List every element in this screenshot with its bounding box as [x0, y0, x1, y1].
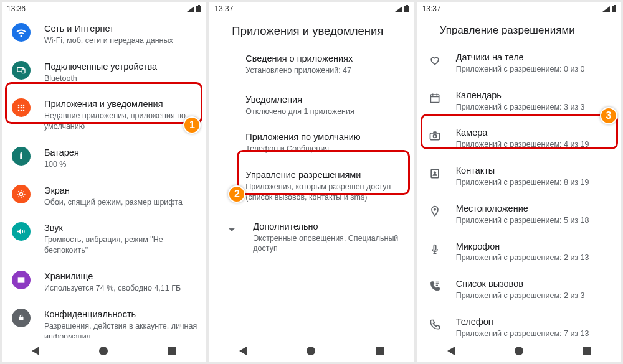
nav-back-icon[interactable]: [447, 347, 455, 355]
row-call-log[interactable]: Список вызововПриложений с разрешением: …: [417, 271, 621, 309]
status-bar: 13:37: [417, 2, 621, 16]
heart-icon: [427, 53, 442, 68]
row-location[interactable]: МестоположениеПриложений с разрешением: …: [417, 195, 621, 233]
camera-icon: [427, 128, 442, 143]
mic-icon: [427, 242, 442, 257]
svg-rect-16: [18, 281, 25, 283]
svg-rect-15: [18, 279, 25, 281]
panel-3-permissions: 13:37 Управление разрешениями Датчики на…: [417, 2, 621, 362]
svg-point-8: [18, 110, 20, 111]
page-title: Управление разрешениями: [440, 24, 599, 37]
svg-rect-26: [434, 245, 435, 250]
apps-icon: [12, 98, 31, 117]
svg-point-4: [23, 105, 25, 106]
signal-icon: [395, 6, 402, 12]
row-privacy[interactable]: КонфиденциальностьРазрешения, действия в…: [2, 301, 206, 338]
nav-recent-icon[interactable]: [376, 347, 384, 355]
signal-icon: [187, 6, 194, 12]
panel-2-apps: 13:37 Приложения и уведомления Сведения …: [209, 2, 413, 362]
row-phone[interactable]: ТелефонПриложений с разрешением: 7 из 13: [417, 309, 621, 338]
row-notifications[interactable]: УведомленияОтключено для 1 приложения: [209, 86, 413, 124]
calendar-icon: [427, 91, 442, 106]
nav-home-icon[interactable]: [99, 347, 108, 355]
svg-rect-17: [19, 317, 24, 320]
svg-point-22: [433, 135, 436, 138]
page-header: Приложения и уведомления: [209, 16, 413, 45]
svg-rect-20: [430, 95, 439, 103]
nav-recent-icon[interactable]: [583, 347, 591, 355]
signal-icon: [602, 6, 610, 12]
svg-rect-14: [18, 277, 25, 279]
status-icons: [187, 6, 201, 12]
row-apps[interactable]: Приложения и уведомленияНедавние приложе…: [2, 91, 206, 139]
nav-home-icon[interactable]: [515, 347, 523, 355]
panel-1-settings: 13:36 Сеть и ИнтернетWi-Fi, моб. сети и …: [2, 2, 206, 362]
nav-back-icon[interactable]: [32, 347, 39, 355]
battery-icon-round: [12, 147, 31, 166]
apps-list[interactable]: Сведения о приложенияхУстановлено прилож…: [209, 45, 413, 338]
row-storage[interactable]: ХранилищеИспользуется 74 %, свободно 4,1…: [2, 263, 206, 301]
storage-icon: [12, 271, 31, 289]
contacts-icon: [427, 166, 442, 181]
status-bar: 13:37: [209, 2, 413, 16]
nav-home-icon[interactable]: [307, 347, 315, 355]
devices-icon: [12, 61, 31, 80]
chevron-down-icon: [224, 222, 239, 237]
nav-recent-icon[interactable]: [168, 347, 176, 355]
nav-bar: [209, 338, 413, 362]
clock: 13:37: [422, 4, 441, 13]
svg-point-5: [18, 107, 20, 109]
phone-icon: [427, 317, 442, 332]
row-calendar[interactable]: КалендарьПриложений с разрешением: 3 из …: [417, 82, 621, 120]
status-bar: 13:36: [2, 2, 206, 16]
svg-point-9: [21, 110, 22, 111]
svg-point-7: [23, 107, 25, 109]
wifi-icon: [12, 23, 31, 42]
row-microphone[interactable]: МикрофонПриложений с разрешением: 2 из 1…: [417, 233, 621, 271]
svg-point-25: [434, 208, 435, 210]
clock: 13:37: [214, 4, 233, 13]
nav-bar: [2, 338, 206, 362]
svg-point-6: [21, 107, 22, 109]
svg-rect-12: [21, 152, 22, 153]
row-battery[interactable]: Батарея100 %: [2, 139, 206, 177]
step-badge-3: 3: [600, 107, 617, 124]
nav-back-icon[interactable]: [239, 347, 247, 355]
svg-rect-11: [20, 153, 22, 159]
row-contacts[interactable]: КонтактыПриложений с разрешением: 8 из 1…: [417, 157, 621, 195]
svg-point-13: [19, 192, 22, 195]
battery-icon: [404, 6, 409, 12]
row-advanced[interactable]: ДополнительноЭкстренные оповещения, Спец…: [209, 213, 413, 262]
display-icon: [12, 185, 31, 203]
divider: [245, 85, 413, 85]
svg-rect-21: [430, 133, 439, 140]
row-network[interactable]: Сеть и ИнтернетWi-Fi, моб. сети и переда…: [2, 16, 206, 54]
row-display[interactable]: ЭкранОбои, спящий режим, размер шрифта: [2, 177, 206, 215]
status-icons: [395, 6, 409, 12]
clock: 13:36: [7, 4, 26, 13]
page-title: Приложения и уведомления: [232, 24, 391, 38]
svg-rect-1: [22, 69, 25, 73]
settings-list[interactable]: Сеть и ИнтернетWi-Fi, моб. сети и переда…: [2, 16, 206, 338]
permissions-list[interactable]: Датчики на телеПриложений с разрешением:…: [417, 44, 621, 338]
row-connected[interactable]: Подключенные устройстваBluetooth: [2, 54, 206, 91]
location-icon: [427, 204, 442, 219]
row-default-apps[interactable]: Приложения по умолчаниюТелефон и Сообщен…: [209, 124, 413, 162]
svg-point-10: [23, 110, 25, 111]
status-icons: [602, 6, 616, 12]
privacy-icon: [12, 309, 31, 327]
row-sound[interactable]: ЗвукГромкость, вибрация, режим "Не беспо…: [2, 215, 206, 263]
nav-bar: [417, 338, 621, 362]
row-camera[interactable]: КамераПриложений с разрешением: 4 из 19: [417, 119, 621, 157]
svg-point-2: [18, 105, 20, 106]
svg-point-3: [21, 105, 22, 106]
row-body-sensors[interactable]: Датчики на телеПриложений с разрешением:…: [417, 44, 621, 82]
page-header: Управление разрешениями: [417, 16, 621, 44]
battery-icon: [196, 6, 201, 12]
divider: [245, 212, 413, 212]
row-app-info[interactable]: Сведения о приложенияхУстановлено прилож…: [209, 45, 413, 83]
calllog-icon: [427, 279, 442, 294]
sound-icon: [12, 222, 31, 241]
battery-icon: [612, 6, 616, 12]
svg-point-24: [434, 172, 435, 174]
